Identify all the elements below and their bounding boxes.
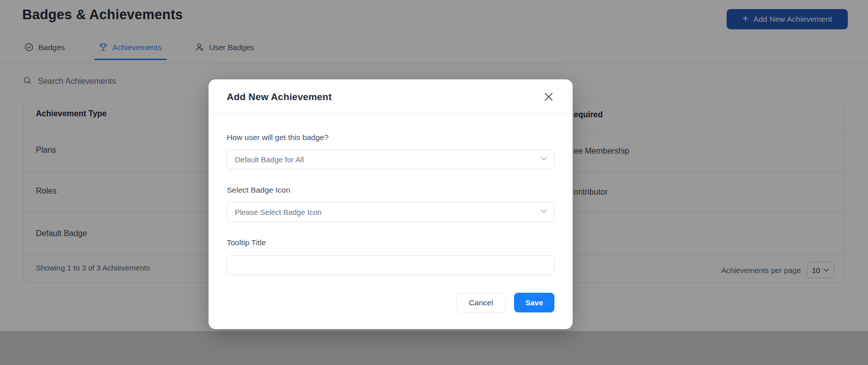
badge-icon-select[interactable]: Please Select Badge Icon (227, 202, 554, 222)
add-new-achievement-modal: Add New Achievement How user will get th… (209, 79, 573, 329)
cancel-button[interactable]: Cancel (456, 293, 506, 312)
screen: Badges & Achievements + Add New Achievem… (0, 0, 868, 365)
field-label-tooltip-title: Tooltip Title (227, 238, 266, 247)
save-button[interactable]: Save (514, 293, 554, 312)
modal-header-divider (209, 113, 573, 114)
modal-title: Add New Achievement (227, 92, 332, 103)
field-label-badge-icon: Select Badge Icon (227, 186, 290, 195)
badge-source-selected-value: Default Badge for All (235, 150, 304, 169)
close-icon (544, 92, 553, 102)
badge-source-select[interactable]: Default Badge for All (227, 150, 554, 169)
close-button[interactable] (542, 90, 555, 103)
chevron-down-icon (541, 209, 547, 213)
field-label-badge-source: How user will get this badge? (227, 133, 329, 142)
chevron-down-icon (541, 157, 547, 161)
tooltip-title-input[interactable] (227, 255, 554, 275)
badge-icon-selected-value: Please Select Badge Icon (235, 203, 322, 221)
